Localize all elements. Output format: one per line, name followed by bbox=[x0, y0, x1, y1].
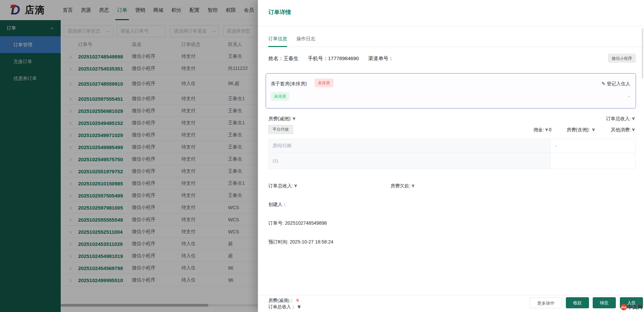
fee-label-2: 其他消费:￥ bbox=[611, 127, 636, 133]
drawer-vertical-scrollbar[interactable] bbox=[642, 28, 643, 79]
room-name: 亲子套房(未排房) bbox=[271, 81, 307, 87]
total-income-label: 订单总收入:￥ bbox=[606, 116, 636, 122]
guest-info-segment-0: 姓名：王春生 bbox=[268, 55, 299, 62]
guest-info-segment-2: 渠道单号： bbox=[368, 55, 393, 62]
footer-fee-line2: 订单总收入：￥ bbox=[268, 304, 302, 310]
modal-dim-overlay[interactable] bbox=[0, 0, 258, 312]
fee-detail-labels: 佣金:￥0房费(含佣): ￥其他消费:￥ bbox=[533, 127, 636, 133]
drawer-title: 订单详情 bbox=[268, 8, 291, 16]
guest-info-row: 姓名：王春生手机号：17778984690渠道单号： bbox=[268, 55, 393, 62]
更多操作-button[interactable]: 更多操作 bbox=[530, 297, 562, 308]
drawer-tabs: 订单信息 操作日志 bbox=[258, 32, 644, 47]
收款-button[interactable]: 收款 bbox=[566, 297, 589, 308]
yen-symbol-red: ￥ bbox=[296, 298, 300, 303]
summary-book-time: 预订时间: 2025-10-27 18:58:24 bbox=[268, 239, 333, 245]
fee-label-0: 佣金:￥0 bbox=[533, 127, 551, 133]
续住-button[interactable]: 续住 bbox=[593, 297, 616, 308]
summary-total-income: 订单总收入:￥ bbox=[268, 183, 298, 189]
summary-room-debt: 房费欠款:￥ bbox=[390, 183, 415, 189]
room-card: 亲子套房(未排房) 未排房 ✎登记入住人 未排房 - bbox=[266, 73, 636, 108]
footer-fee-line1: 房费(减佣)：￥ bbox=[268, 297, 302, 304]
footer-fee-lines: 房费(减佣)：￥ 订单总收入：￥ bbox=[268, 297, 302, 310]
tab-order-info[interactable]: 订单信息 bbox=[268, 36, 287, 42]
summary-creator: 创建人： bbox=[268, 202, 287, 208]
order-detail-drawer: 订单详情 订单信息 操作日志 姓名：王春生手机号：17778984690渠道单号… bbox=[258, 0, 644, 312]
unassigned-room-badge-green: 未排房 bbox=[271, 92, 289, 101]
room-date-row-cell: (1) bbox=[269, 153, 551, 169]
fee-summary-line: 房费(减佣):￥ 订单总收入:￥ bbox=[268, 116, 636, 122]
active-tab-underline bbox=[268, 46, 287, 47]
room-date-header-cell: 房间/日期 bbox=[269, 139, 551, 152]
divider bbox=[258, 26, 644, 26]
drawer-footer: 房费(减佣)：￥ 订单总收入：￥ 更多操作收款续住入住 bbox=[258, 295, 644, 312]
room-date-row-value bbox=[551, 153, 635, 169]
platform-collect-badge: 平台代收 bbox=[268, 125, 293, 134]
room-fee-label: 房费(减佣):￥ bbox=[268, 116, 296, 122]
pencil-icon: ✎ bbox=[601, 81, 605, 86]
room-date-header-value: - bbox=[551, 139, 635, 152]
guest-info-segment-1: 手机号：17778984690 bbox=[308, 55, 359, 62]
php-cn-watermark: php 中文网 bbox=[621, 304, 643, 310]
unassigned-room-badge-red: 未排房 bbox=[315, 79, 333, 87]
tab-operation-log[interactable]: 操作日志 bbox=[297, 36, 315, 42]
room-date-header-row: 房间/日期 - bbox=[269, 139, 635, 152]
fee-label-1: 房费(含佣): ￥ bbox=[567, 127, 596, 133]
watermark-text: 中文网 bbox=[628, 304, 643, 310]
room-card-dash: - bbox=[628, 94, 630, 99]
summary-order-no: 订单号: 2025102748549898 bbox=[268, 220, 327, 226]
room-date-table: 房间/日期 - (1) bbox=[268, 139, 636, 169]
yen-symbol-dark: ￥ bbox=[297, 304, 302, 309]
php-logo-icon: php bbox=[621, 304, 627, 310]
channel-badge: 微信小程序 bbox=[608, 54, 636, 62]
register-guest-link[interactable]: ✎登记入住人 bbox=[601, 81, 630, 87]
room-date-data-row: (1) bbox=[269, 152, 635, 169]
app-root: D 店滴 首页房源房态订单营销商城积分配置智控权限会员账号 订单 订单管理充值订… bbox=[0, 0, 644, 312]
